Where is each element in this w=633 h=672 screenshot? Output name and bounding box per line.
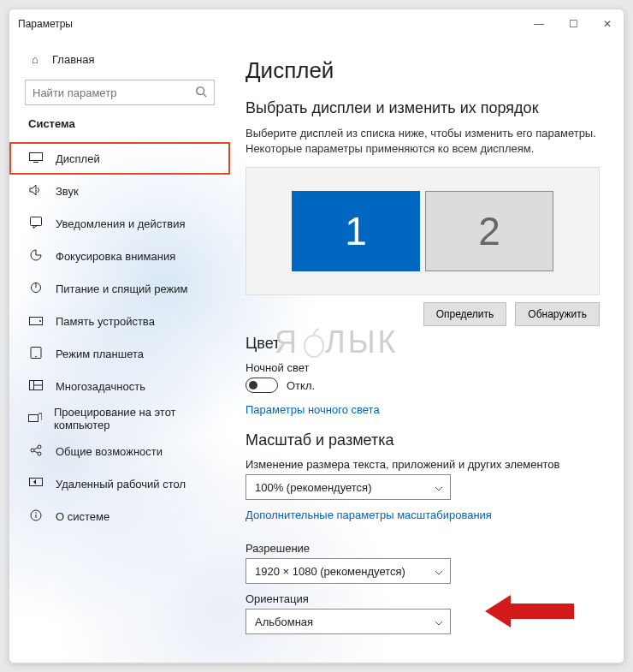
maximize-button[interactable]: ☐ (565, 18, 581, 30)
multitasking-icon (28, 379, 44, 393)
display-icon (28, 152, 44, 165)
nav-list: Дисплей Звук Уведомления и действия (9, 137, 230, 532)
sidebar-item-remote-desktop[interactable]: Удаленный рабочий стол (9, 467, 230, 500)
svg-rect-5 (31, 217, 42, 225)
storage-icon (28, 314, 44, 328)
sidebar-item-label: Звук (56, 185, 79, 198)
night-light-state: Откл. (287, 379, 315, 392)
minimize-button[interactable]: — (531, 18, 547, 30)
focus-icon (28, 249, 44, 264)
sidebar-item-label: Режим планшета (56, 348, 144, 360)
svg-line-20 (34, 451, 38, 453)
color-heading: Цвет (246, 335, 600, 353)
page-title: Дисплей (246, 57, 600, 84)
detect-button[interactable]: Обнаружить (515, 302, 600, 326)
home-link[interactable]: ⌂ Главная (9, 44, 230, 74)
sidebar-item-notifications[interactable]: Уведомления и действия (9, 207, 230, 240)
sidebar-item-label: Уведомления и действия (56, 217, 186, 230)
night-light-settings-link[interactable]: Параметры ночного света (246, 403, 380, 416)
arrange-buttons: Определить Обнаружить (246, 302, 600, 326)
monitor-2[interactable]: 2 (425, 191, 553, 271)
toggle-knob (249, 381, 257, 390)
sidebar-item-label: Питание и спящий режим (56, 282, 187, 295)
sidebar-item-label: Удаленный рабочий стол (56, 478, 186, 491)
sidebar-section-label: Система (9, 117, 230, 137)
chevron-down-icon (435, 481, 443, 494)
titlebar: Параметры — ☐ ✕ (9, 9, 624, 39)
identify-button[interactable]: Определить (423, 302, 507, 326)
svg-point-0 (197, 86, 204, 94)
night-light-label: Ночной свет (246, 361, 600, 374)
scale-dropdown[interactable]: 100% (рекомендуется) (246, 474, 451, 500)
about-icon (28, 509, 44, 524)
sidebar-item-label: Проецирование на этот компьютер (54, 406, 211, 431)
sidebar-item-label: Общие возможности (56, 445, 163, 458)
window-title: Параметры (18, 18, 73, 30)
sidebar: ⌂ Главная Система Дисплей (9, 39, 230, 663)
night-light-toggle[interactable] (246, 378, 278, 393)
svg-rect-2 (30, 153, 43, 161)
sidebar-item-power[interactable]: Питание и спящий режим (9, 272, 230, 305)
sidebar-item-label: Память устройства (56, 315, 155, 328)
shared-icon (28, 444, 44, 459)
sidebar-item-tablet[interactable]: Режим планшета (9, 337, 230, 370)
resolution-value: 1920 × 1080 (рекомендуется) (255, 565, 405, 578)
sidebar-item-multitasking[interactable]: Многозадачность (9, 370, 230, 402)
display-arrangement-area[interactable]: 1 2 (246, 167, 600, 295)
sound-icon (28, 184, 44, 199)
svg-marker-4 (30, 185, 36, 195)
chevron-down-icon (435, 616, 443, 628)
orientation-value: Альбомная (255, 616, 313, 628)
svg-point-11 (35, 355, 37, 357)
svg-point-16 (31, 449, 34, 452)
home-icon: ⌂ (28, 53, 42, 66)
orientation-dropdown[interactable]: Альбомная (246, 609, 451, 634)
sidebar-item-label: Многозадачность (56, 380, 145, 393)
svg-rect-15 (29, 415, 38, 422)
sidebar-item-label: О системе (56, 510, 109, 523)
svg-line-19 (34, 448, 38, 449)
svg-point-18 (38, 452, 41, 455)
search-box[interactable] (25, 80, 215, 105)
remote-desktop-icon (28, 477, 44, 491)
monitor-1[interactable]: 1 (292, 191, 420, 271)
resolution-label: Разрешение (246, 542, 600, 555)
svg-point-9 (39, 320, 41, 322)
home-label: Главная (52, 53, 94, 66)
settings-window: Параметры — ☐ ✕ ⌂ Главная Система (9, 9, 624, 663)
chevron-down-icon (435, 565, 443, 578)
resolution-dropdown[interactable]: 1920 × 1080 (рекомендуется) (246, 558, 451, 584)
window-controls: — ☐ ✕ (531, 18, 615, 30)
scale-label: Изменение размера текста, приложений и д… (246, 458, 600, 471)
projecting-icon (28, 412, 42, 425)
sidebar-item-display[interactable]: Дисплей (9, 142, 230, 175)
sidebar-item-storage[interactable]: Память устройства (9, 305, 230, 337)
search-input[interactable] (33, 86, 195, 99)
svg-point-24 (35, 512, 37, 514)
sidebar-item-label: Дисплей (56, 152, 100, 165)
scale-value: 100% (рекомендуется) (255, 481, 371, 494)
night-light-toggle-row: Откл. (246, 378, 600, 393)
tablet-icon (28, 347, 44, 361)
orientation-label: Ориентация (246, 592, 600, 605)
content-area: Я ЛЫК Дисплей Выбрать дисплеи и изменить… (230, 39, 624, 663)
close-button[interactable]: ✕ (600, 18, 615, 30)
sidebar-item-label: Фокусировка внимания (56, 250, 175, 263)
sidebar-item-shared[interactable]: Общие возможности (9, 435, 230, 467)
sidebar-item-about[interactable]: О системе (9, 500, 230, 532)
search-icon (195, 86, 207, 100)
sidebar-item-sound[interactable]: Звук (9, 175, 230, 207)
sidebar-item-focus-assist[interactable]: Фокусировка внимания (9, 240, 230, 272)
svg-point-17 (38, 445, 41, 449)
advanced-scaling-link[interactable]: Дополнительные параметры масштабирования (246, 508, 492, 521)
scale-heading: Масштаб и разметка (246, 431, 600, 449)
svg-line-1 (204, 93, 207, 97)
notifications-icon (28, 217, 44, 231)
arrange-heading: Выбрать дисплеи и изменить их порядок (246, 99, 600, 117)
power-icon (28, 282, 44, 296)
sidebar-item-projecting[interactable]: Проецирование на этот компьютер (9, 402, 230, 435)
arrange-description: Выберите дисплей из списка ниже, чтобы и… (246, 126, 600, 157)
